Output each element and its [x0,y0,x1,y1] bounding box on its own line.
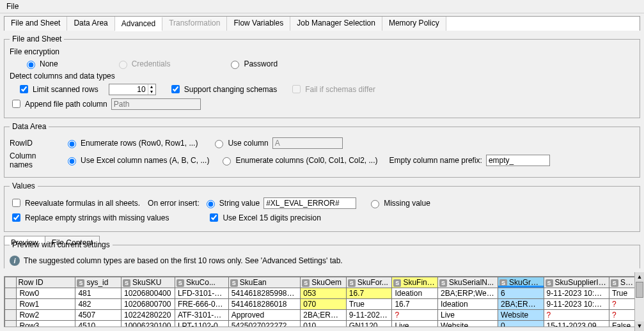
check-use-15-digits[interactable]: Use Excel 15 digits precision [207,212,320,224]
tab-job-manager[interactable]: Job Manager Selection [290,17,382,31]
col-header-8[interactable]: SSkuSerialN... [437,277,498,288]
type-badge-icon: S [302,279,310,287]
check-limit-scanned-input[interactable] [20,85,28,93]
tab-advanced[interactable]: Advanced [115,17,162,31]
vertical-scrollbar[interactable]: ▲ ▼ [634,272,644,331]
radio-use-column-input[interactable] [215,140,223,148]
check-support-changing[interactable]: Support changing schemas [169,83,277,95]
cell: 9-11-2023 10:29:00 [544,288,609,299]
radio-missing-value-label: Missing value [384,199,430,208]
limit-scanned-input[interactable] [109,84,148,95]
radio-use-excel-names[interactable]: Use Excel column names (A, B, C, ...) [65,155,209,166]
scroll-down-arrow[interactable]: ▼ [635,321,644,331]
radio-encryption-none[interactable]: None [24,59,58,69]
tab-file-and-sheet[interactable]: File and Sheet [4,17,67,31]
cell: ATF-3101-022 [175,310,228,321]
col-header-10[interactable]: SSkuSupplierIt... [544,277,609,288]
radio-use-column-label: Use column [228,139,268,148]
col-header-0[interactable]: Row ID [17,277,75,288]
row-gutter[interactable] [5,310,17,321]
col-header-7[interactable]: SSkuFini... [392,277,438,288]
radio-use-column[interactable]: Use column [212,138,268,148]
check-append-path-label: Append file path column [25,100,107,109]
cell: 070 [301,299,347,310]
tab-data-area[interactable]: Data Area [67,17,114,31]
radio-use-excel-names-label: Use Excel column names (A, B, C, ...) [81,156,209,165]
radio-enumerate-rows[interactable]: Enumerate rows (Row0, Row1, ...) [65,138,198,148]
check-replace-empty-input[interactable] [12,213,20,222]
tab-flow-variables[interactable]: Flow Variables [227,17,290,31]
legend-file-and-sheet: File and Sheet [10,35,64,43]
type-badge-icon: S [439,279,447,287]
check-append-path[interactable]: Append file path column [10,98,107,110]
radio-string-value-input[interactable] [207,200,215,208]
check-use-15-digits-input[interactable] [210,213,218,222]
radio-enumerate-columns[interactable]: Enumerate columns (Col0, Col1, Col2, ...… [219,155,377,166]
spinner-down[interactable]: ▾ [148,89,155,95]
cell: Website [498,310,544,321]
cell: 4510 [75,321,122,328]
cell: Approved [228,310,300,321]
table-row[interactable]: Row148210206800700FRE-666-02...541461828… [5,299,640,310]
row-gutter[interactable] [5,321,17,328]
fieldset-values: Values Reevaluate formulas in all sheets… [4,181,640,232]
rowid-cell: Row2 [17,310,75,321]
col-header-3[interactable]: SSkuCo... [175,277,228,288]
radio-enumerate-columns-input[interactable] [223,157,231,166]
radio-string-value[interactable]: String value [203,198,260,208]
radio-missing-value-input[interactable] [371,200,379,208]
label-column-names: Column names [10,151,61,169]
cell: 482 [75,299,122,310]
append-path-field [111,98,201,110]
tab-memory-policy[interactable]: Memory Policy [382,17,446,31]
radio-encryption-password[interactable]: Password [228,59,278,69]
scroll-track[interactable] [635,282,644,321]
col-header-1[interactable]: Ssys_id [75,277,122,288]
cell: FRE-666-02... [175,299,228,310]
preview-hint: The suggested column types are based on … [24,256,343,265]
check-support-changing-input[interactable] [171,85,180,93]
radio-use-excel-names-input[interactable] [68,157,76,166]
type-badge-icon: S [77,279,84,287]
radio-encryption-password-input[interactable] [231,61,239,69]
main-tabs: File and SheetData AreaAdvancedTransform… [4,16,640,31]
check-replace-empty-label: Replace empty strings with missing value… [25,213,169,222]
table-row[interactable]: Row2450710224280220ATF-3101-022Approved2… [5,310,640,321]
col-header-5[interactable]: SSkuOem [301,277,347,288]
label-empty-prefix: Empty column name prefix: [389,156,482,165]
menu-file[interactable]: File [4,1,21,12]
col-header-6[interactable]: SSkuFor... [346,277,392,288]
string-value-field[interactable] [263,197,356,209]
check-append-path-input[interactable] [12,100,20,108]
cell: 4507 [75,310,122,321]
scroll-thumb[interactable] [636,282,643,298]
cell: Live [437,310,498,321]
table-row[interactable]: Row048110206800400LFD-3101-0535414618285… [5,288,640,299]
radio-enumerate-rows-input[interactable] [68,140,76,148]
empty-prefix-field[interactable] [486,155,550,166]
radio-missing-value[interactable]: Missing value [368,198,430,208]
scroll-up-arrow[interactable]: ▲ [635,272,644,282]
col-header-2[interactable]: SSkuSKU [122,277,175,288]
cell: 10224280220 [122,310,175,321]
check-reevaluate[interactable]: Reevaluate formulas in all sheets. [10,197,140,209]
label-file-encryption: File encryption [10,47,634,56]
table-row[interactable]: Row3451010006230100LPT-1102-010542502702… [5,321,640,328]
radio-encryption-credentials[interactable]: Credentials [116,59,171,69]
limit-scanned-spinner[interactable]: ▴ ▾ [109,84,156,95]
radio-encryption-none-input[interactable] [27,61,35,69]
label-detect-columns: Detect columns and data types [10,72,634,81]
rowid-cell: Row0 [17,288,75,299]
row-gutter[interactable] [5,299,17,310]
cell: ? [544,310,609,321]
legend-preview: Preview with current settings [10,240,113,249]
radio-encryption-credentials-label: Credentials [132,59,171,68]
col-header-9[interactable]: SSkuGro... [498,277,544,288]
col-header-4[interactable]: SSkuEan [228,277,300,288]
preview-table-wrapper: Row IDSsys_idSSkuSKUSSkuCo...SSkuEanSSku… [4,276,640,327]
check-replace-empty[interactable]: Replace empty strings with missing value… [10,212,169,224]
check-limit-scanned[interactable]: Limit scanned rows [17,83,98,95]
row-gutter[interactable] [5,288,17,299]
check-fail-if-differ-input [292,85,301,93]
check-reevaluate-input[interactable] [12,199,20,207]
